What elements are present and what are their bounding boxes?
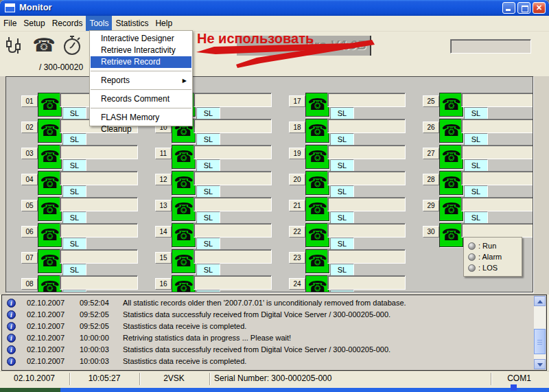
status-date: 02.10.2007 — [0, 373, 69, 383]
phone-icon: ☎ — [174, 174, 194, 192]
channel-info-field — [60, 171, 138, 185]
channel-phone-button[interactable]: ☎ — [172, 145, 196, 169]
legend-item: : Alarm — [468, 251, 522, 262]
channel-status-badge: SL — [62, 290, 86, 292]
channel-phone-button[interactable]: ☎ — [38, 223, 62, 247]
channel-phone-button[interactable]: ☎ — [305, 119, 329, 143]
channel-phone-button[interactable]: ☎ — [38, 119, 62, 143]
channel-info-field — [461, 197, 533, 211]
channel-phone-button[interactable]: ☎ — [439, 171, 463, 195]
scroll-down-icon[interactable] — [534, 359, 546, 369]
channel-phone-button[interactable]: ☎ — [172, 171, 196, 195]
log-entry: i 02.10.2007 09:52:05 Stastistics data r… — [2, 321, 530, 332]
log-message: Statistics data successfuly received fro… — [123, 345, 390, 354]
log-entry: i 02.10.2007 10:00:03 Stastistics data r… — [2, 356, 530, 367]
scroll-thumb[interactable] — [534, 329, 546, 354]
channel-number: 16 — [155, 278, 172, 290]
channel-phone-button[interactable]: ☎ — [305, 275, 329, 292]
phone-icon: ☎ — [40, 148, 60, 165]
channel-item: 15 ☎ SL — [155, 249, 279, 275]
channel-number: 06 — [21, 226, 38, 238]
channel-phone-button[interactable]: ☎ — [439, 197, 463, 221]
phone-icon: ☎ — [307, 148, 327, 165]
log-message: Stastistics data receive is completed. — [123, 357, 246, 365]
channel-item: 06 ☎ SL — [21, 222, 145, 249]
menu-item-reports[interactable]: Reports ▶ — [91, 75, 191, 87]
channel-phone-button[interactable]: ☎ — [38, 93, 62, 117]
channel-item: 07 ☎ SL — [21, 249, 145, 275]
channel-info-field — [194, 171, 272, 185]
channel-number: 04 — [21, 174, 38, 185]
log-time: 10:00:00 — [80, 334, 109, 342]
channel-number: 22 — [289, 226, 305, 238]
channel-phone-button[interactable]: ☎ — [305, 145, 329, 169]
info-icon: i — [7, 334, 16, 343]
channel-number: 08 — [21, 278, 38, 290]
channel-number: 25 — [423, 95, 439, 107]
channel-phone-button[interactable]: ☎ — [38, 275, 62, 292]
channel-info-field — [60, 275, 138, 290]
channel-number: 14 — [155, 226, 172, 238]
log-entry: i 02.10.2007 10:00:00 Retriving statisti… — [2, 333, 530, 344]
channel-number: 11 — [155, 148, 172, 159]
channel-phone-button[interactable]: ☎ — [172, 275, 196, 292]
status-divider — [209, 373, 210, 385]
phone-icon: ☎ — [441, 226, 461, 244]
minimize-button[interactable] — [502, 2, 515, 14]
log-time: 10:00:03 — [80, 357, 109, 365]
scroll-up-icon[interactable] — [534, 296, 546, 306]
channel-phone-button[interactable]: ☎ — [305, 171, 329, 195]
channel-phone-button[interactable]: ☎ — [172, 223, 196, 247]
channel-phone-button[interactable]: ☎ — [38, 197, 62, 221]
close-button[interactable]: ✕ — [533, 2, 546, 14]
toolbar-field[interactable] — [450, 39, 531, 54]
menu-item-records-comment[interactable]: Records Comment ▶ — [91, 93, 191, 105]
channel-info-field — [327, 145, 406, 159]
phone-icon: ☎ — [307, 226, 327, 244]
phone-icon: ☎ — [40, 226, 60, 244]
log-message: Retriving statistics data in progress ..… — [123, 334, 291, 342]
channel-number: 23 — [289, 252, 305, 264]
channel-phone-button[interactable]: ☎ — [305, 197, 329, 221]
channel-item: 24 ☎ SL — [289, 275, 412, 292]
channel-number: 20 — [289, 174, 305, 185]
channel-item: 25 ☎ SL — [423, 92, 533, 118]
channel-phone-button[interactable]: ☎ — [172, 249, 196, 273]
phone-icon: ☎ — [40, 122, 60, 139]
log-scrollbar[interactable] — [534, 296, 546, 369]
channel-info-field — [327, 119, 406, 133]
maximize-button[interactable] — [517, 2, 530, 14]
log-time: 09:52:05 — [80, 310, 109, 319]
channel-number: 05 — [21, 200, 38, 211]
channel-phone-button[interactable]: ☎ — [305, 93, 329, 117]
channel-phone-button[interactable]: ☎ — [172, 197, 196, 221]
channel-phone-button[interactable]: ☎ — [38, 171, 62, 195]
channel-number: 26 — [423, 122, 439, 133]
channel-number: 02 — [21, 122, 38, 133]
channel-phone-button[interactable]: ☎ — [38, 249, 62, 273]
phone-icon: ☎ — [441, 95, 461, 113]
log-time: 09:52:05 — [80, 322, 109, 330]
status-bar: 02.10.2007 10:05:27 2VSK Serial Number: … — [0, 371, 549, 387]
channel-phone-button[interactable]: ☎ — [305, 223, 329, 247]
phone-icon: ☎ — [307, 252, 327, 270]
status-mode: 2VSK — [140, 373, 208, 383]
channel-phone-button[interactable]: ☎ — [305, 249, 329, 273]
channel-phone-button[interactable]: ☎ — [439, 223, 463, 247]
log-date: 02.10.2007 — [27, 299, 65, 307]
channel-number: 27 — [423, 148, 439, 159]
channel-phone-button[interactable]: ☎ — [439, 93, 463, 117]
phone-icon: ☎ — [174, 252, 194, 270]
channel-info-field — [461, 171, 533, 185]
channel-info-field — [194, 275, 272, 290]
bottom-edge-green — [0, 388, 60, 392]
menu-item-flash-memory-cleanup[interactable]: FLASH Memory Cleanup ▶ — [91, 112, 191, 124]
log-date: 02.10.2007 — [27, 345, 65, 354]
channel-info-field — [461, 93, 533, 107]
channel-phone-button[interactable]: ☎ — [439, 145, 463, 169]
log-time: 10:00:03 — [80, 345, 109, 354]
channel-item: 17 ☎ SL — [289, 92, 412, 118]
channel-item: 18 ☎ SL — [289, 118, 412, 144]
channel-phone-button[interactable]: ☎ — [439, 119, 463, 143]
channel-phone-button[interactable]: ☎ — [38, 145, 62, 169]
